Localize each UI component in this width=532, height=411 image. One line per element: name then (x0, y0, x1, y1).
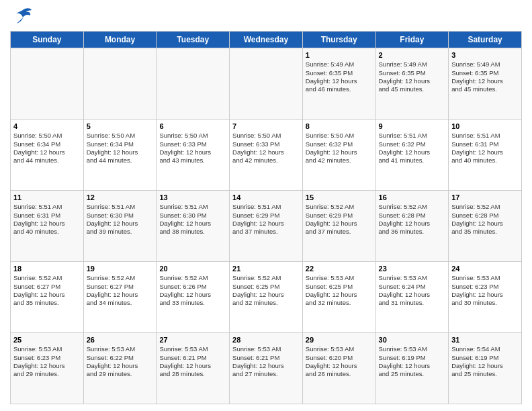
day-number: 19 (87, 264, 154, 273)
day-number: 13 (159, 193, 226, 202)
day-number: 16 (379, 193, 446, 202)
day-info: Sunrise: 5:50 AM Sunset: 6:33 PM Dayligh… (232, 132, 300, 165)
day-number: 21 (232, 264, 300, 273)
header-thursday: Thursday (302, 32, 375, 48)
table-row: 23Sunrise: 5:53 AM Sunset: 6:24 PM Dayli… (375, 262, 449, 333)
table-row: 31Sunrise: 5:54 AM Sunset: 6:19 PM Dayli… (449, 333, 522, 404)
day-info: Sunrise: 5:51 AM Sunset: 6:29 PM Dayligh… (232, 203, 300, 236)
table-row: 17Sunrise: 5:52 AM Sunset: 6:28 PM Dayli… (449, 191, 522, 262)
day-info: Sunrise: 5:53 AM Sunset: 6:25 PM Dayligh… (306, 274, 373, 307)
day-number: 15 (306, 193, 373, 202)
table-row: 27Sunrise: 5:53 AM Sunset: 6:21 PM Dayli… (157, 333, 230, 404)
day-number: 31 (451, 335, 519, 345)
day-number: 6 (159, 122, 226, 131)
day-info: Sunrise: 5:52 AM Sunset: 6:25 PM Dayligh… (232, 274, 300, 307)
day-info: Sunrise: 5:51 AM Sunset: 6:31 PM Dayligh… (13, 203, 81, 236)
day-info: Sunrise: 5:52 AM Sunset: 6:27 PM Dayligh… (13, 274, 81, 307)
table-row: 9Sunrise: 5:51 AM Sunset: 6:32 PM Daylig… (375, 120, 449, 191)
table-row: 12Sunrise: 5:51 AM Sunset: 6:30 PM Dayli… (83, 191, 157, 262)
day-info: Sunrise: 5:53 AM Sunset: 6:24 PM Dayligh… (379, 274, 446, 307)
table-row: 19Sunrise: 5:52 AM Sunset: 6:27 PM Dayli… (83, 262, 157, 333)
header-tuesday: Tuesday (157, 32, 230, 48)
table-row: 28Sunrise: 5:53 AM Sunset: 6:21 PM Dayli… (230, 333, 303, 404)
day-number: 7 (232, 122, 300, 131)
day-number: 1 (306, 50, 373, 60)
day-info: Sunrise: 5:52 AM Sunset: 6:26 PM Dayligh… (159, 274, 226, 307)
table-row: 11Sunrise: 5:51 AM Sunset: 6:31 PM Dayli… (11, 191, 84, 262)
weekday-header-row: Sunday Monday Tuesday Wednesday Thursday… (11, 32, 522, 48)
day-number: 14 (232, 193, 300, 202)
day-info: Sunrise: 5:49 AM Sunset: 6:35 PM Dayligh… (451, 60, 519, 93)
day-info: Sunrise: 5:54 AM Sunset: 6:19 PM Dayligh… (451, 345, 519, 378)
day-info: Sunrise: 5:53 AM Sunset: 6:19 PM Dayligh… (379, 345, 446, 378)
day-number: 2 (379, 50, 446, 60)
day-info: Sunrise: 5:53 AM Sunset: 6:20 PM Dayligh… (306, 345, 373, 378)
header-monday: Monday (83, 32, 157, 48)
day-number: 30 (379, 335, 446, 345)
day-number: 8 (306, 122, 373, 131)
day-number: 25 (13, 335, 81, 345)
day-number: 11 (13, 193, 81, 202)
day-info: Sunrise: 5:52 AM Sunset: 6:27 PM Dayligh… (87, 274, 154, 307)
table-row (11, 48, 84, 120)
table-row: 30Sunrise: 5:53 AM Sunset: 6:19 PM Dayli… (375, 333, 449, 404)
table-row: 6Sunrise: 5:50 AM Sunset: 6:33 PM Daylig… (157, 120, 230, 191)
day-number: 17 (451, 193, 519, 202)
day-number: 10 (451, 122, 519, 131)
header-sunday: Sunday (11, 32, 84, 48)
day-info: Sunrise: 5:51 AM Sunset: 6:31 PM Dayligh… (451, 132, 519, 165)
header-friday: Friday (375, 32, 449, 48)
day-info: Sunrise: 5:51 AM Sunset: 6:30 PM Dayligh… (87, 203, 154, 236)
table-row: 15Sunrise: 5:52 AM Sunset: 6:29 PM Dayli… (302, 191, 375, 262)
day-number: 26 (87, 335, 154, 345)
table-row: 5Sunrise: 5:50 AM Sunset: 6:34 PM Daylig… (83, 120, 157, 191)
day-info: Sunrise: 5:53 AM Sunset: 6:22 PM Dayligh… (87, 345, 154, 378)
logo (10, 7, 33, 26)
calendar-week-row: 1Sunrise: 5:49 AM Sunset: 6:35 PM Daylig… (11, 48, 522, 120)
table-row: 7Sunrise: 5:50 AM Sunset: 6:33 PM Daylig… (230, 120, 303, 191)
table-row: 14Sunrise: 5:51 AM Sunset: 6:29 PM Dayli… (230, 191, 303, 262)
day-number: 27 (159, 335, 226, 345)
day-info: Sunrise: 5:50 AM Sunset: 6:34 PM Dayligh… (87, 132, 154, 165)
day-number: 29 (306, 335, 373, 345)
table-row: 18Sunrise: 5:52 AM Sunset: 6:27 PM Dayli… (11, 262, 84, 333)
page: Sunday Monday Tuesday Wednesday Thursday… (0, 0, 532, 411)
table-row: 3Sunrise: 5:49 AM Sunset: 6:35 PM Daylig… (449, 48, 522, 120)
table-row: 24Sunrise: 5:53 AM Sunset: 6:23 PM Dayli… (449, 262, 522, 333)
calendar-table: Sunday Monday Tuesday Wednesday Thursday… (10, 31, 522, 404)
day-info: Sunrise: 5:51 AM Sunset: 6:32 PM Dayligh… (379, 132, 446, 165)
table-row: 25Sunrise: 5:53 AM Sunset: 6:23 PM Dayli… (11, 333, 84, 404)
table-row: 21Sunrise: 5:52 AM Sunset: 6:25 PM Dayli… (230, 262, 303, 333)
day-info: Sunrise: 5:53 AM Sunset: 6:21 PM Dayligh… (232, 345, 300, 378)
table-row (157, 48, 230, 120)
day-info: Sunrise: 5:50 AM Sunset: 6:33 PM Dayligh… (159, 132, 226, 165)
day-info: Sunrise: 5:52 AM Sunset: 6:28 PM Dayligh… (451, 203, 519, 236)
day-info: Sunrise: 5:53 AM Sunset: 6:21 PM Dayligh… (159, 345, 226, 378)
day-info: Sunrise: 5:52 AM Sunset: 6:29 PM Dayligh… (306, 203, 373, 236)
day-info: Sunrise: 5:50 AM Sunset: 6:32 PM Dayligh… (306, 132, 373, 165)
table-row: 10Sunrise: 5:51 AM Sunset: 6:31 PM Dayli… (449, 120, 522, 191)
day-number: 23 (379, 264, 446, 273)
day-number: 28 (232, 335, 300, 345)
day-number: 9 (379, 122, 446, 131)
day-info: Sunrise: 5:53 AM Sunset: 6:23 PM Dayligh… (13, 345, 81, 378)
header-saturday: Saturday (449, 32, 522, 48)
header-wednesday: Wednesday (230, 32, 303, 48)
day-info: Sunrise: 5:51 AM Sunset: 6:30 PM Dayligh… (159, 203, 226, 236)
day-number: 3 (451, 50, 519, 60)
day-info: Sunrise: 5:52 AM Sunset: 6:28 PM Dayligh… (379, 203, 446, 236)
day-info: Sunrise: 5:49 AM Sunset: 6:35 PM Dayligh… (379, 60, 446, 93)
logo-bird-icon (13, 7, 33, 26)
table-row: 29Sunrise: 5:53 AM Sunset: 6:20 PM Dayli… (302, 333, 375, 404)
day-number: 18 (13, 264, 81, 273)
day-number: 24 (451, 264, 519, 273)
calendar-week-row: 11Sunrise: 5:51 AM Sunset: 6:31 PM Dayli… (11, 191, 522, 262)
day-number: 4 (13, 122, 81, 131)
calendar-week-row: 4Sunrise: 5:50 AM Sunset: 6:34 PM Daylig… (11, 120, 522, 191)
day-number: 20 (159, 264, 226, 273)
table-row: 8Sunrise: 5:50 AM Sunset: 6:32 PM Daylig… (302, 120, 375, 191)
table-row (230, 48, 303, 120)
table-row: 2Sunrise: 5:49 AM Sunset: 6:35 PM Daylig… (375, 48, 449, 120)
table-row (83, 48, 157, 120)
table-row: 26Sunrise: 5:53 AM Sunset: 6:22 PM Dayli… (83, 333, 157, 404)
